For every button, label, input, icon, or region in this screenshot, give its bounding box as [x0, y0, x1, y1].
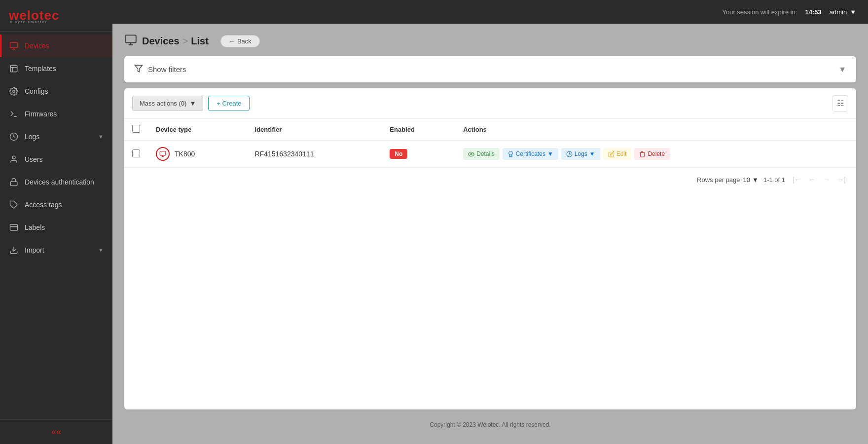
enabled-badge: No: [390, 149, 407, 159]
breadcrumb: Devices > List: [142, 36, 209, 47]
delete-button[interactable]: Delete: [634, 148, 670, 160]
logs-chevron-icon: ▼: [589, 150, 595, 157]
filter-bar[interactable]: Show filters ▼: [124, 56, 856, 82]
sidebar-collapse: ««: [0, 419, 112, 444]
details-button[interactable]: Details: [463, 148, 500, 160]
last-page-button[interactable]: →|: [834, 173, 848, 186]
sidebar-item-labels-label: Labels: [25, 223, 45, 231]
delete-label: Delete: [648, 150, 665, 157]
row-checkbox[interactable]: [132, 149, 140, 157]
breadcrumb-sep: >: [182, 36, 188, 47]
identifier-cell: RF4151632340111: [247, 141, 382, 167]
svg-rect-21: [160, 151, 166, 155]
filter-icon: [134, 64, 143, 74]
session-label: Your session will expire in:: [722, 8, 797, 16]
firmwares-icon: [9, 109, 19, 119]
content-area: Devices > List ← Back Show filters ▼: [112, 24, 868, 444]
sidebar-item-templates[interactable]: Templates: [0, 57, 112, 80]
pagination: Rows per page 10 ▼ 1-1 of 1 |← ← → →|: [124, 167, 856, 191]
edit-button[interactable]: Edit: [603, 148, 632, 160]
certificates-label: Certificates: [516, 150, 545, 157]
rows-per-page-select[interactable]: 10 ▼: [743, 176, 759, 184]
mass-actions-chevron-icon: ▼: [189, 100, 196, 107]
sidebar-item-configs[interactable]: Configs: [0, 80, 112, 103]
rows-per-page-label: Rows per page: [697, 176, 740, 184]
admin-label: admin: [830, 8, 847, 16]
templates-icon: [9, 64, 19, 74]
device-type-label: TK800: [175, 150, 195, 158]
row-checkbox-cell: [124, 141, 148, 167]
labels-icon: [9, 222, 19, 232]
filter-bar-content: Show filters: [134, 64, 186, 74]
device-type-cell: TK800: [148, 141, 247, 167]
column-enabled: Enabled: [382, 119, 455, 141]
sidebar-item-devices-auth[interactable]: Devices authentication: [0, 171, 112, 193]
admin-chevron-icon: ▼: [850, 8, 856, 16]
column-identifier: Identifier: [247, 119, 382, 141]
filter-chevron-icon[interactable]: ▼: [838, 65, 846, 74]
svg-point-24: [470, 153, 472, 154]
topbar: Your session will expire in: 14:53 admin…: [112, 0, 868, 24]
enabled-cell: No: [382, 141, 455, 167]
sidebar-item-users[interactable]: Users: [0, 148, 112, 171]
back-button[interactable]: ← Back: [220, 35, 260, 47]
column-device-type: Device type: [148, 119, 247, 141]
admin-menu-button[interactable]: admin ▼: [830, 8, 856, 16]
sidebar-item-labels[interactable]: Labels: [0, 216, 112, 239]
svg-rect-14: [10, 224, 18, 230]
certs-chevron-icon: ▼: [547, 150, 553, 157]
column-checkbox: [124, 119, 148, 141]
mass-actions-button[interactable]: Mass actions (0) ▼: [132, 96, 203, 111]
sidebar-item-configs-label: Configs: [25, 87, 48, 95]
logs-action-button[interactable]: Logs ▼: [561, 148, 600, 160]
sidebar-item-logs[interactable]: Logs ▼: [0, 125, 112, 148]
sidebar-item-import[interactable]: Import ▼: [0, 239, 112, 261]
column-actions: Actions: [455, 119, 856, 141]
mass-actions-label: Mass actions (0): [140, 100, 186, 107]
first-page-button[interactable]: |←: [790, 173, 804, 186]
rows-per-page-value: 10: [743, 176, 750, 184]
import-icon: [9, 245, 19, 255]
select-all-checkbox[interactable]: [132, 125, 140, 133]
rows-select-chevron-icon: ▼: [752, 176, 759, 184]
grid-view-button[interactable]: ☷: [832, 95, 848, 111]
prev-page-button[interactable]: ←: [805, 173, 819, 186]
sidebar-item-firmwares[interactable]: Firmwares: [0, 103, 112, 125]
sidebar-item-access-tags-label: Access tags: [25, 201, 62, 209]
sidebar-item-access-tags[interactable]: Access tags: [0, 193, 112, 216]
device-type-icon: [156, 147, 170, 161]
table-toolbar: Mass actions (0) ▼ + Create ☷: [124, 88, 856, 119]
create-button[interactable]: + Create: [208, 96, 250, 111]
sidebar-item-templates-label: Templates: [25, 65, 56, 73]
table-row: TK800 RF4151632340111 No Details: [124, 141, 856, 167]
devices-auth-icon: [9, 177, 19, 187]
create-label: + Create: [217, 100, 241, 107]
logs-chevron-icon: ▼: [98, 134, 104, 140]
table-area: Mass actions (0) ▼ + Create ☷: [124, 88, 856, 409]
sidebar-item-devices-label: Devices: [25, 42, 49, 50]
svg-rect-5: [10, 65, 17, 72]
svg-rect-17: [125, 35, 136, 42]
devices-page-icon: [124, 34, 137, 48]
next-page-button[interactable]: →: [820, 173, 833, 186]
page-nav-buttons: |← ← → →|: [790, 173, 848, 186]
logo: welotec a byte smarter: [0, 0, 112, 32]
grid-icon: ☷: [837, 99, 844, 108]
back-arrow-icon: ←: [229, 37, 235, 45]
svg-point-8: [13, 90, 15, 93]
rows-per-page: Rows per page 10 ▼: [697, 176, 759, 184]
copyright-text: Copyright © 2023 Welotec. All rights res…: [430, 421, 550, 428]
devices-table: Device type Identifier Enabled Actions: [124, 119, 856, 167]
svg-point-25: [509, 151, 513, 155]
sidebar-item-devices-auth-label: Devices authentication: [25, 178, 94, 186]
import-chevron-icon: ▼: [98, 247, 104, 253]
table-header-row: Device type Identifier Enabled Actions: [124, 119, 856, 141]
filter-label: Show filters: [148, 65, 186, 74]
sidebar-item-import-label: Import: [25, 246, 44, 254]
certificates-button[interactable]: Certificates ▼: [503, 148, 558, 160]
sidebar-item-devices[interactable]: Devices: [0, 35, 112, 57]
details-label: Details: [476, 150, 495, 157]
collapse-icon[interactable]: ««: [51, 427, 61, 437]
back-label: Back: [237, 37, 252, 45]
sidebar-item-firmwares-label: Firmwares: [25, 110, 57, 118]
